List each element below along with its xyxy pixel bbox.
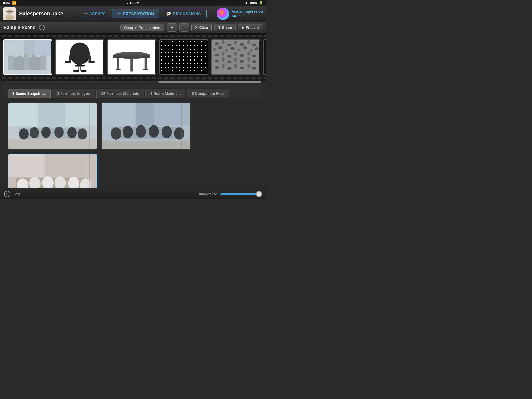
film-content xyxy=(0,38,266,76)
svg-rect-31 xyxy=(117,58,119,69)
film-item-5[interactable] xyxy=(211,39,260,75)
film-perfs-bottom xyxy=(0,76,266,81)
film-item-1[interactable] xyxy=(3,39,52,75)
tab-scene-snapshots[interactable]: 3 Scene Snapshots xyxy=(8,89,51,98)
battery-icon: 🔋 xyxy=(259,1,263,5)
tab-companion-files[interactable]: 0 Companion Files xyxy=(187,89,229,98)
svg-point-65 xyxy=(252,60,256,63)
svg-point-69 xyxy=(234,64,237,68)
status-time: 2:13 PM xyxy=(127,1,139,5)
svg-point-80 xyxy=(41,127,51,138)
presentation-name: Sample Presentation xyxy=(120,24,164,31)
help-icon: ? xyxy=(4,191,10,197)
image-size-control: Image Size xyxy=(199,192,262,196)
svg-point-67 xyxy=(222,64,224,68)
gallery-item-2[interactable] xyxy=(101,102,191,150)
svg-point-39 xyxy=(227,43,231,46)
svg-point-48 xyxy=(237,49,241,51)
slider-thumb[interactable] xyxy=(256,191,262,197)
footer: ? Help Image Size xyxy=(0,188,266,200)
gallery xyxy=(4,98,262,200)
svg-point-106 xyxy=(42,176,54,189)
svg-point-56 xyxy=(240,54,244,57)
svg-point-52 xyxy=(215,54,219,56)
svg-point-17 xyxy=(70,43,90,65)
image-size-label: Image Size xyxy=(199,192,217,196)
svg-point-71 xyxy=(247,64,250,68)
play-icon: ▶ xyxy=(242,25,244,30)
svg-rect-84 xyxy=(8,139,97,149)
svg-rect-98 xyxy=(102,141,190,149)
svg-point-37 xyxy=(215,42,219,45)
tab-presentation[interactable]: ✏ PRESENTATION xyxy=(112,9,159,18)
status-left: iPad 📶 xyxy=(3,1,16,5)
x-icon: ✕ xyxy=(195,25,198,30)
svg-point-64 xyxy=(247,57,250,62)
status-bar: iPad 📶 2:13 PM ▲ 100% 🔋 xyxy=(0,0,266,6)
scene-name: Sample Scene xyxy=(4,25,35,30)
svg-point-70 xyxy=(240,66,244,69)
svg-point-83 xyxy=(78,128,87,140)
ipad-label: iPad xyxy=(3,1,10,5)
svg-point-53 xyxy=(222,52,224,56)
svg-point-57 xyxy=(247,51,250,55)
discussions-icon: 💬 xyxy=(166,11,171,16)
gallery-item-1[interactable] xyxy=(8,102,97,150)
tab-scenes[interactable]: ✏ SCENES xyxy=(79,9,111,18)
svg-point-58 xyxy=(252,54,256,57)
film-item-3[interactable] xyxy=(107,39,156,75)
remove-button[interactable]: - xyxy=(179,23,189,32)
svg-point-49 xyxy=(243,46,247,49)
film-item-2[interactable] xyxy=(55,39,104,75)
svg-point-81 xyxy=(54,127,64,138)
svg-point-78 xyxy=(19,128,29,140)
svg-point-82 xyxy=(67,127,77,138)
tab-furniture-images[interactable]: 3 Furniture Images xyxy=(52,89,95,98)
svg-rect-21 xyxy=(80,66,81,71)
app-title: Visual Impression MOBILE xyxy=(232,9,263,18)
svg-rect-19 xyxy=(75,65,85,66)
tab-room-materials[interactable]: 3 Room Materials xyxy=(145,89,185,98)
clear-button[interactable]: ✕ Clear xyxy=(191,24,212,31)
svg-point-5 xyxy=(11,12,12,13)
svg-point-59 xyxy=(215,60,219,63)
add-button[interactable]: + xyxy=(167,23,177,32)
info-icon[interactable]: i xyxy=(39,25,45,30)
share-button[interactable]: ⬆ Share xyxy=(214,24,236,31)
svg-point-4 xyxy=(8,12,9,13)
svg-rect-11 xyxy=(24,54,29,70)
svg-rect-20 xyxy=(78,66,79,71)
svg-point-54 xyxy=(227,55,231,57)
scrollbar-thumb[interactable] xyxy=(158,81,261,83)
svg-point-22 xyxy=(73,70,79,72)
svg-point-63 xyxy=(240,60,244,63)
svg-point-93 xyxy=(123,126,133,138)
location-icon: ▲ xyxy=(245,1,248,5)
toolbar: Sample Scene i Sample Presentation + - ✕… xyxy=(0,22,266,34)
svg-point-92 xyxy=(111,127,121,140)
svg-point-44 xyxy=(213,48,216,51)
help-button[interactable]: ? Help xyxy=(4,191,21,197)
gallery-thumb-2 xyxy=(102,103,190,149)
film-item-4[interactable] xyxy=(159,39,208,75)
svg-point-50 xyxy=(250,49,253,52)
scrollbar-track[interactable] xyxy=(5,81,261,83)
svg-rect-85 xyxy=(89,103,90,149)
svg-point-61 xyxy=(227,60,231,63)
svg-rect-35 xyxy=(130,58,133,72)
presentation-icon: ✏ xyxy=(118,11,121,16)
nav-tabs: ✏ SCENES ✏ PRESENTATION 💬 DISCUSSIONS xyxy=(71,9,214,18)
present-button[interactable]: ▶ Present xyxy=(238,24,262,31)
svg-point-40 xyxy=(234,41,237,44)
image-size-slider[interactable] xyxy=(220,193,262,195)
svg-point-94 xyxy=(136,125,146,138)
tab-discussions[interactable]: 💬 DISCUSSIONS xyxy=(161,9,206,18)
scenes-icon: ✏ xyxy=(84,11,88,16)
tab-furniture-materials[interactable]: 22 Furniture Materials xyxy=(96,89,144,98)
user-name: Salesperson Jake xyxy=(19,11,63,17)
film-item-6[interactable] xyxy=(263,39,266,75)
svg-point-79 xyxy=(30,127,39,138)
svg-point-96 xyxy=(162,126,172,138)
film-strip xyxy=(0,34,266,81)
svg-point-51 xyxy=(255,47,259,50)
